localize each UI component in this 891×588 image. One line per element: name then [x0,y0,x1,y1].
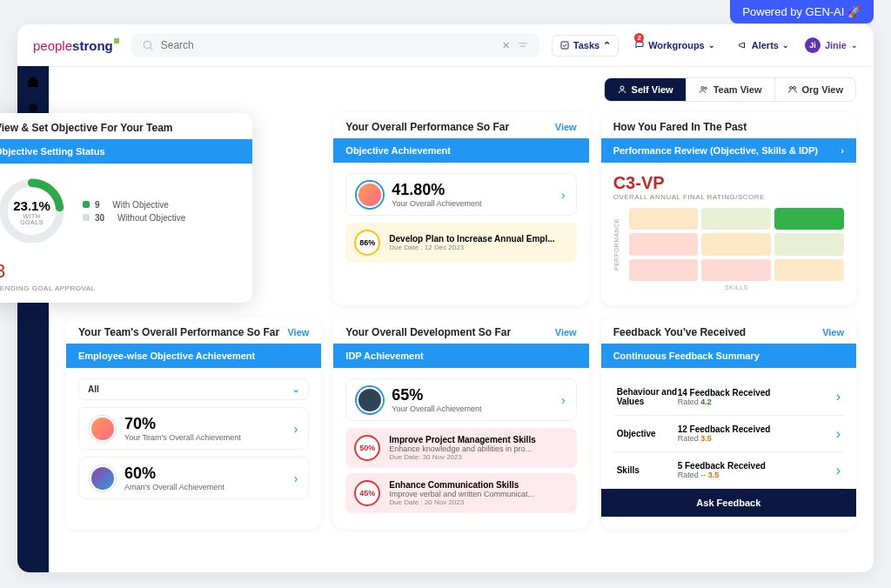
legend-label: Without Objective [117,213,185,223]
alerts-button[interactable]: Alerts ⌄ [731,36,796,55]
card-title: Your Overall Performance So Far [345,121,509,133]
chevron-right-icon: › [836,463,841,478]
rating-value: C3-VP [613,173,844,193]
user-menu[interactable]: Ji Jinie ⌄ [805,37,858,53]
label: Your Team's Overall Achievement [124,433,285,442]
filter-dropdown[interactable]: All⌄ [78,378,309,400]
search-input[interactable] [161,39,495,51]
tab-team-view[interactable]: Team View [687,78,775,101]
avatar [90,416,116,442]
card-subheader[interactable]: IDP Achievement [333,344,588,368]
heatmap-grid [629,208,844,281]
heatmap-cell [774,233,844,255]
tasks-button[interactable]: Tasks ⌃ [552,35,619,57]
svg-line-1 [150,47,152,50]
chevron-down-icon: ⌄ [292,384,299,394]
chevron-down-icon: ⌄ [708,41,715,50]
ask-feedback-button[interactable]: Ask Feedback [601,489,856,517]
rating-value: 4.2 [700,398,712,406]
avatar: Ji [805,37,821,53]
card-subheader[interactable]: Objective Achievement [333,138,588,163]
legend-count: 9 [95,200,100,210]
tab-self-view[interactable]: Self View [605,78,687,101]
rated-label: Rated [678,398,699,406]
task-row[interactable]: 86% Develop Plan to Increase Annual Empl… [345,223,576,263]
tab-org-view[interactable]: Org View [775,78,855,101]
svg-point-16 [789,87,792,90]
donut-pct: 23.1% [13,197,50,212]
people-icon [699,84,709,95]
team-achievement-row[interactable]: 70%Your Team's Overall Achievement › [78,407,309,450]
subheader-label: IDP Achievement [345,351,423,361]
card-subheader[interactable]: Objective Setting Status [0,139,252,164]
search-box[interactable]: ✕ [131,33,539,57]
logo-part1: people [33,38,72,53]
filter-icon[interactable] [517,39,529,51]
feedback-category: Skills [617,465,678,475]
task-progress-badge: 45% [354,480,380,506]
legend-dot-icon [83,201,90,208]
idp-task-row[interactable]: 45% Enhance Communication SkillsImprove … [345,473,576,513]
pending-label: PENDING GOAL APPROVAL [0,284,240,292]
heatmap-xlabel: SKILLS [629,284,844,295]
clear-icon[interactable]: ✕ [502,40,510,51]
svg-point-14 [701,87,704,90]
logo[interactable]: peoplestrong [33,38,119,53]
rated-label: Rated [678,434,699,443]
topbar-right: Tasks ⌃ 2 Workgroups ⌄ Alerts ⌄ Ji Jinie… [552,35,858,57]
task-title: Develop Plan to Increase Annual Empl... [389,234,567,244]
subheader-label: Continuous Feedback Summary [613,351,760,361]
card-subheader[interactable]: Performance Review (Objective, Skills & … [601,138,856,163]
genai-badge: Powered by GEN-AI 🚀 [730,0,874,23]
subheader-label: Employee-wise Objective Achievement [78,351,255,361]
card-subheader[interactable]: Employee-wise Objective Achievement [66,344,321,368]
feedback-count: 5 Feedback Received [678,461,836,471]
idp-task-row[interactable]: 50% Improve Project Management SkillsEnh… [345,428,576,468]
employee-achievement-row[interactable]: 60%Aman's Overall Achievement › [78,457,309,499]
card-feedback: Feedback You've ReceivedView Continuous … [601,317,856,529]
achievement-row[interactable]: 41.80%Your Overall Achievement › [345,173,576,216]
task-due: Due Date: 30 Nov 2023 [389,453,567,461]
label: Aman's Overall Achievement [124,483,285,491]
heatmap-cell [774,208,844,230]
view-link[interactable]: View [555,327,577,337]
avatar [357,387,383,413]
task-title: Improve Project Management Skills [389,435,567,444]
workgroups-button[interactable]: 2 Workgroups ⌄ [627,36,722,55]
alerts-label: Alerts [752,40,779,50]
svg-point-15 [704,87,707,90]
heatmap-cell [629,259,699,281]
chevron-right-icon: › [294,471,298,485]
task-sub: Improve verbal and written Communicat... [389,490,567,498]
card-subheader[interactable]: Continuous Feedback Summary [601,344,856,368]
card-title: View & Set Objective For Your Team [0,122,173,134]
achievement-label: Your Overall Achievement [392,199,553,208]
card-past-performance: How You Fared In The Past Performance Re… [601,112,856,305]
svg-point-17 [793,87,795,90]
svg-point-0 [144,41,151,48]
idp-achievement-row[interactable]: 65%Your Overall Achievement › [345,378,576,421]
heatmap-cell [629,208,699,230]
view-link[interactable]: View [287,327,309,337]
tab-label: Self View [632,84,673,95]
rated-label: Rated -- [678,471,707,479]
cards-row-2: Your Team's Overall Performance So FarVi… [66,317,856,529]
feedback-count: 12 Feedback Received [678,424,836,434]
heatmap-cell [701,208,771,230]
heatmap-cell [701,233,771,255]
task-due: Due Date : 12 Dec 2023 [389,244,567,251]
legend-label: With Objective [112,200,168,210]
view-link[interactable]: View [822,327,844,337]
heatmap: PERFORMANCE SKILLS [613,208,844,295]
feedback-row-behaviour[interactable]: Behaviour and Values 14 Feedback Receive… [613,378,844,416]
legend-count: 30 [95,213,104,223]
feedback-row-objective[interactable]: Objective 12 Feedback ReceivedRated 3.5 … [613,416,844,452]
home-icon[interactable] [26,75,40,89]
task-progress-badge: 86% [354,230,380,256]
feedback-row-skills[interactable]: Skills 5 Feedback ReceivedRated -- 3.5 › [613,452,844,489]
rating-value: 3.5 [700,434,712,443]
org-icon [787,84,798,95]
card-objective-setting: View & Set Objective For Your Team Objec… [0,113,252,303]
card-overall-performance: Your Overall Performance So FarView Obje… [333,112,588,305]
view-link[interactable]: View [555,122,577,132]
